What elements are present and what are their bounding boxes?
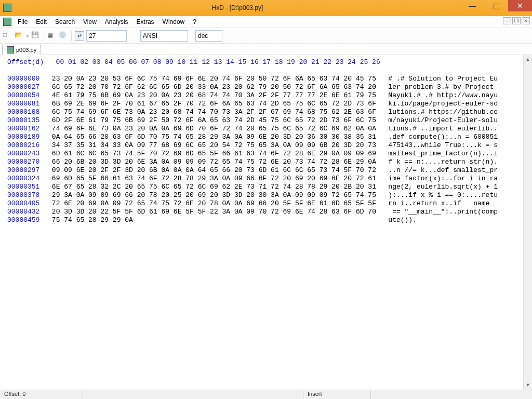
window-title: HxD - [D:\p003.py]: [15, 4, 460, 11]
ram-icon[interactable]: [47, 31, 57, 41]
bytes-per-row-input[interactable]: [86, 30, 127, 42]
mdi-minimize-button[interactable]: –: [503, 17, 511, 24]
menu-file[interactable]: File: [14, 17, 32, 26]
number-base-select[interactable]: [195, 30, 222, 42]
file-tab[interactable]: p003.py: [2, 45, 41, 55]
menu-extras[interactable]: Extras: [132, 17, 158, 26]
menu-analysis[interactable]: Analysis: [101, 17, 132, 26]
menu-search[interactable]: Search: [51, 17, 79, 26]
maximize-button[interactable]: ▢: [484, 0, 508, 11]
toolbar-separator: [44, 31, 44, 41]
file-tab-label: p003.py: [16, 47, 36, 53]
menu-help[interactable]: ?: [189, 17, 201, 26]
status-offset: Offset: 0: [0, 390, 83, 399]
title-bar: HxD - [D:\p003.py] — ▢ ✕: [0, 0, 532, 16]
disk-icon[interactable]: [59, 31, 68, 41]
scroll-up-icon[interactable]: ▲: [524, 55, 532, 64]
scroll-down-icon[interactable]: ▼: [524, 381, 532, 390]
menu-window[interactable]: Window: [158, 17, 189, 26]
mdi-restore-button[interactable]: ❐: [512, 17, 521, 24]
menu-view[interactable]: View: [79, 17, 101, 26]
menu-edit[interactable]: Edit: [32, 17, 51, 26]
close-button[interactable]: ✕: [508, 0, 532, 11]
toolbar-separator: [71, 31, 72, 41]
status-spacer: [83, 390, 303, 399]
menu-bar: File Edit Search View Analysis Extras Wi…: [0, 16, 532, 28]
toolbar: ▾ ⇄: [0, 28, 532, 44]
status-bar: Offset: 0 Insert: [0, 390, 532, 399]
columns-arrows-icon[interactable]: ⇄: [75, 31, 84, 41]
window-buttons: — ▢ ✕: [460, 0, 532, 15]
vertical-scrollbar[interactable]: ▲ ▼: [523, 55, 532, 390]
new-file-icon[interactable]: [3, 31, 12, 41]
encoding-select[interactable]: [140, 30, 188, 42]
file-icon: [7, 46, 14, 54]
tab-strip: p003.py: [0, 44, 532, 55]
mdi-close-button[interactable]: ×: [522, 17, 530, 24]
app-icon: [3, 4, 11, 12]
hex-view[interactable]: Offset(d) 00 01 02 03 04 05 06 07 08 09 …: [0, 55, 532, 228]
hex-editor[interactable]: Offset(d) 00 01 02 03 04 05 06 07 08 09 …: [0, 55, 532, 390]
status-mode: Insert: [303, 390, 371, 399]
mdi-buttons: – ❐ ×: [503, 17, 530, 24]
open-file-icon[interactable]: [15, 31, 24, 41]
doc-icon: [3, 18, 11, 26]
minimize-button[interactable]: —: [460, 0, 484, 11]
save-file-icon[interactable]: [31, 31, 41, 41]
